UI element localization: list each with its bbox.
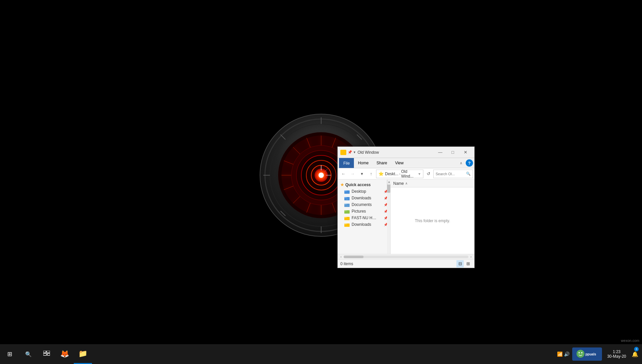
forward-button[interactable]: → (348, 170, 357, 178)
svg-rect-53 (43, 351, 46, 353)
ribbon-tabs: File Home Share View ∧ ? (338, 158, 474, 168)
search-box[interactable]: 🔍 (433, 170, 473, 178)
address-path[interactable]: ⭐ Deskt... › Old Wind... ▾ (376, 170, 423, 178)
tab-view[interactable]: View (391, 158, 407, 168)
address-part-desktop[interactable]: Deskt... (385, 172, 399, 176)
sidebar: ★ Quick access Desktop 📌 (338, 180, 391, 254)
empty-folder-message: This folder is empty. (415, 219, 450, 223)
titlebar-icons: 📌 ▾ (340, 150, 356, 155)
close-button[interactable]: ✕ (459, 147, 472, 158)
watermark: wexon.com (621, 339, 639, 343)
content-area: Name ∧ This folder is empty. (391, 180, 474, 254)
titlebar-title: Old Window (358, 150, 434, 155)
address-bar: ← → ▾ ↑ ⭐ Deskt... › Old Wind... ▾ ↺ 🔍 (338, 168, 474, 180)
main-area: ★ Quick access Desktop 📌 (338, 180, 474, 254)
search-button[interactable]: 🔍 (19, 344, 37, 364)
help-button[interactable]: ? (466, 159, 473, 167)
sidebar-item-fastnu-label: FAST-NU HA… (352, 216, 378, 220)
sys-tray: 📶 🔊 (554, 351, 572, 357)
svg-rect-56 (47, 353, 50, 355)
firefox-icon: 🦊 (60, 350, 69, 358)
sidebar-item-downloads[interactable]: ↓ Downloads 📌 (338, 195, 390, 201)
sidebar-item-documents-label: Documents (352, 202, 372, 207)
start-button[interactable]: ⊞ (0, 344, 19, 364)
search-input[interactable] (436, 172, 465, 176)
search-icon: 🔍 (466, 172, 471, 176)
titlebar-dropdown-icon[interactable]: ▾ (354, 150, 356, 154)
refresh-button[interactable]: ↺ (424, 170, 433, 178)
notification-badge: 3 (634, 347, 639, 351)
scroll-right-button[interactable]: › (468, 254, 474, 260)
quick-access-label: Quick access (345, 182, 371, 187)
fastnu-folder-icon (344, 216, 350, 220)
sidebar-scrollbar[interactable] (387, 180, 390, 254)
svg-text:↓: ↓ (347, 198, 348, 200)
svg-rect-52 (344, 223, 347, 224)
status-bar: 0 items ⊟ ⊞ (338, 259, 474, 268)
titlebar-folder-icon (340, 150, 346, 155)
content-body: This folder is empty. (391, 187, 474, 254)
sidebar-item-downloads-label: Downloads (352, 196, 371, 200)
sidebar-item-pictures[interactable]: Pictures 📌 (338, 208, 390, 215)
svg-rect-55 (43, 353, 47, 355)
scroll-left-button[interactable]: ‹ (338, 254, 344, 260)
sidebar-item-documents[interactable]: Documents 📌 (338, 201, 390, 208)
scroll-track[interactable] (344, 256, 468, 258)
firefox-taskbar-icon[interactable]: 🦊 (56, 344, 74, 364)
sidebar-item-desktop[interactable]: Desktop 📌 (338, 188, 390, 195)
tab-file[interactable]: File (339, 158, 354, 168)
tab-share[interactable]: Share (372, 158, 391, 168)
content-header[interactable]: Name ∧ (391, 180, 474, 187)
dropdown-button[interactable]: ▾ (358, 170, 366, 178)
sidebar-item-downloads2[interactable]: Downloads 📌 (338, 221, 390, 228)
view-buttons: ⊟ ⊞ (456, 260, 472, 267)
maximize-button[interactable]: □ (447, 147, 459, 158)
sys-tray-volume-icon[interactable]: 🔊 (564, 351, 570, 357)
documents-folder-icon (344, 203, 350, 207)
tab-home[interactable]: Home (354, 158, 372, 168)
up-button[interactable]: ↑ (367, 170, 375, 178)
sidebar-item-desktop-label: Desktop (352, 189, 366, 194)
clock-time: 1:23 (613, 349, 621, 354)
svg-rect-54 (47, 351, 50, 353)
file-explorer-taskbar-icon[interactable]: 📁 (74, 344, 92, 364)
taskbar-clock[interactable]: 1:23 30-May-20 (603, 344, 630, 364)
pictures-folder-icon (344, 209, 350, 214)
folder-blue-icon (344, 189, 350, 194)
sys-tray-network-icon[interactable]: 📶 (557, 351, 563, 357)
downloads2-folder-icon (344, 222, 350, 227)
clock-date: 30-May-20 (607, 354, 626, 359)
file-explorer-icon: 📁 (78, 349, 87, 358)
svg-point-36 (319, 173, 324, 178)
address-dropdown-icon: ▾ (418, 172, 420, 176)
desktop: 📌 ▾ Old Window — □ ✕ File Home Share Vie… (0, 0, 642, 364)
svg-rect-50 (344, 217, 347, 218)
file-explorer-window: 📌 ▾ Old Window — □ ✕ File Home Share Vie… (337, 146, 475, 268)
minimize-button[interactable]: — (434, 147, 447, 158)
large-icons-view-button[interactable]: ⊞ (464, 260, 472, 267)
svg-text:ppuals: ppuals (585, 352, 596, 356)
back-button[interactable]: ← (339, 170, 348, 178)
appuils-logo-text: ppuals (576, 349, 599, 359)
scroll-up-button[interactable]: ∧ (387, 180, 391, 185)
sort-indicator[interactable]: ∧ (405, 182, 407, 185)
task-view-button[interactable] (37, 344, 56, 364)
sidebar-item-downloads2-label: Downloads (352, 222, 371, 227)
scroll-thumb (344, 256, 364, 258)
ribbon-chevron-up[interactable]: ∧ (458, 160, 464, 166)
address-part-oldwindow[interactable]: Old Wind... (401, 169, 418, 179)
column-name-label: Name (393, 181, 404, 186)
items-count: 0 items (340, 262, 353, 266)
quick-access-section: ★ Quick access Desktop 📌 (338, 181, 390, 228)
svg-rect-46 (344, 204, 347, 205)
quick-access-header[interactable]: ★ Quick access (338, 182, 390, 188)
sidebar-item-fastnu[interactable]: FAST-NU HA… 📌 (338, 215, 390, 221)
details-view-button[interactable]: ⊟ (456, 260, 464, 267)
svg-point-58 (578, 352, 580, 353)
titlebar[interactable]: 📌 ▾ Old Window — □ ✕ (338, 147, 474, 158)
svg-point-57 (577, 350, 584, 358)
horizontal-scrollbar[interactable]: ‹ › (338, 254, 474, 259)
quick-access-star-icon: ★ (340, 182, 344, 187)
notification-button[interactable]: 🔔 3 (630, 344, 640, 364)
window-controls: — □ ✕ (434, 147, 472, 158)
